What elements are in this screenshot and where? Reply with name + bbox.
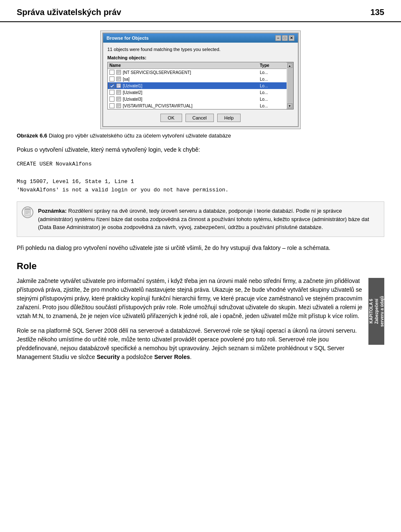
row-type: Lo... (260, 84, 285, 88)
svg-rect-6 (117, 79, 120, 79)
svg-rect-18 (117, 99, 120, 99)
list-item[interactable]: [VISTAVIRTUAL_PC\VISTAVIRTUAL] Lo... (108, 102, 287, 109)
svg-rect-2 (117, 72, 120, 72)
help-button[interactable]: Help (217, 114, 241, 122)
code-line-4: 'NovakAlfons' is not a valid login or yo… (17, 186, 384, 195)
svg-rect-7 (117, 79, 119, 80)
row-icon (116, 89, 122, 95)
caption-text: Dialog pro výběr uživatelského účtu za ú… (49, 132, 231, 139)
row-icon (116, 96, 122, 102)
svg-rect-19 (117, 99, 119, 100)
row-name: [NT SERVICE\SQLSERVERAGENT] (123, 70, 260, 75)
row-checkbox[interactable] (109, 97, 114, 102)
svg-rect-21 (117, 104, 120, 105)
page-container: Správa uživatelských práv 135 Browse for… (0, 0, 401, 532)
row-type: Lo... (260, 77, 285, 81)
svg-rect-9 (117, 84, 120, 85)
code-line-3: Msg 15007, Level 16, State 1, Line 1 (17, 178, 384, 186)
intro-paragraph: Pokus o vytvoření uživatele, který nemá … (17, 145, 384, 154)
figure-caption: Obrázek 6.6 Dialog pro výběr uživatelské… (17, 132, 384, 139)
row-name: [sa] (123, 77, 260, 81)
note-box: i Poznámka: Rozdělení správy na dvě úrov… (17, 201, 384, 237)
role-para-2: Role se na platformě SQL Server 2008 děl… (17, 326, 364, 361)
cancel-button[interactable]: Cancel (185, 114, 214, 122)
scroll-up[interactable]: ▲ (287, 63, 292, 68)
page-number: 135 (371, 8, 384, 17)
sidebar-line-1: KAPITOLA 6 (369, 299, 373, 323)
row-icon (116, 69, 122, 75)
row-checkbox[interactable] (109, 103, 114, 108)
col-name: Name (109, 63, 260, 68)
listbox-header: Name Type (108, 62, 287, 69)
row-icon (116, 76, 122, 82)
note-text: Poznámka: Rozdělení správy na dvě úrovně… (38, 207, 377, 232)
row-checkbox[interactable] (109, 76, 114, 81)
page-title: Správa uživatelských práv (17, 8, 121, 17)
role-heading: Role (17, 261, 364, 272)
minimize-button[interactable]: − (275, 35, 281, 41)
note-icon: i (21, 206, 34, 219)
svg-rect-22 (117, 105, 120, 106)
svg-rect-1 (117, 71, 120, 71)
dialog-window: Browse for Objects − □ ✕ 11 objects were… (102, 33, 299, 127)
scrollbar[interactable]: ▲ ▼ (287, 62, 293, 109)
svg-rect-27 (25, 209, 30, 210)
dialog-info-text: 11 objects were found matching the types… (107, 47, 294, 52)
row-name: [Uzivatel2] (123, 90, 260, 95)
svg-rect-13 (117, 91, 120, 92)
scroll-down[interactable]: ▼ (287, 103, 292, 108)
list-item[interactable]: [NT SERVICE\SQLSERVERAGENT] Lo... (108, 69, 287, 76)
caption-prefix: Obrázek 6.6 (17, 132, 47, 139)
row-name: [Uzivatel3] (123, 97, 260, 102)
listbox: Name Type [NT SERVICE\SQLSERVERAGENT] (107, 62, 294, 109)
note-body: Rozdělení správy na dvě úrovně, tedy úro… (38, 208, 369, 230)
row-checkbox[interactable] (109, 83, 114, 88)
svg-rect-10 (117, 85, 120, 86)
col-type: Type (260, 63, 285, 68)
svg-rect-23 (117, 106, 119, 107)
svg-rect-14 (117, 92, 120, 92)
dialog-titlebar: Browse for Objects − □ ✕ (103, 33, 298, 43)
row-checkbox[interactable] (109, 70, 114, 75)
close-button[interactable]: ✕ (289, 35, 294, 41)
listbox-inner: Name Type [NT SERVICE\SQLSERVERAGENT] (108, 62, 287, 109)
row-type: Lo... (260, 90, 285, 95)
row-name: [VISTAVIRTUAL_PC\VISTAVIRTUAL] (123, 104, 260, 108)
code-line-1: CREATE USER NovakAlfons (17, 160, 384, 169)
main-content: Browse for Objects − □ ✕ 11 objects were… (0, 31, 401, 376)
sidebar-label: KAPITOLA 6 Zabezpečení serveru a údajů (368, 278, 384, 345)
svg-rect-17 (117, 98, 120, 98)
svg-rect-11 (117, 86, 119, 87)
list-item[interactable]: [sa] Lo... (108, 76, 287, 82)
row-type: Lo... (260, 104, 285, 108)
dialog-buttons: OK Cancel Help (107, 114, 294, 122)
page-header: Správa uživatelských práv 135 (0, 0, 401, 22)
role-section: Role Jakmile začnete vytvářet uživatele … (17, 261, 384, 361)
dialog-titlebar-buttons: − □ ✕ (275, 35, 294, 41)
row-name: [Uzivatel1] (123, 84, 260, 88)
code-block: CREATE USER NovakAlfons Msg 15007, Level… (17, 160, 384, 195)
list-item[interactable]: [Uzivatel2] Lo... (108, 89, 287, 96)
dialog-section-label: Matching objects: (107, 55, 294, 60)
code-line-2 (17, 169, 384, 178)
svg-rect-15 (117, 93, 119, 93)
dialog-title: Browse for Objects (107, 36, 149, 41)
note-label: Poznámka: (38, 208, 67, 214)
para1: Při pohledu na dialog pro vytvoření nové… (17, 244, 384, 252)
row-type: Lo... (260, 97, 285, 102)
row-icon (116, 103, 122, 109)
svg-rect-3 (117, 73, 119, 73)
role-para-1: Jakmile začnete vytvářet uživatele pro i… (17, 277, 364, 321)
row-checkbox[interactable] (109, 90, 114, 95)
svg-rect-5 (117, 78, 120, 78)
list-item[interactable]: [Uzivatel1] Lo... (108, 82, 287, 89)
row-type: Lo... (260, 70, 285, 75)
maximize-button[interactable]: □ (282, 35, 288, 41)
sidebar-line-2: Zabezpečení (374, 299, 379, 324)
dialog-body: 11 objects were found matching the types… (103, 43, 298, 126)
ok-button[interactable]: OK (160, 114, 182, 122)
list-item[interactable]: [Uzivatel3] Lo... (108, 96, 287, 102)
row-icon (116, 83, 122, 89)
sidebar-line-3: serveru a údajů (380, 296, 384, 327)
dialog-image-container: Browse for Objects − □ ✕ 11 objects were… (100, 31, 301, 129)
